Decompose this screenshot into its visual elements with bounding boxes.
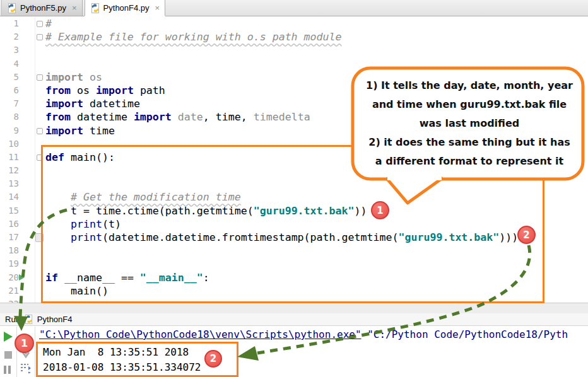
stop-button[interactable] (4, 351, 12, 359)
line-number: 15 (0, 204, 19, 218)
tab-label: PythonF5.py (20, 3, 66, 13)
code-editor[interactable]: 1#2# Example file for working with o.s p… (0, 17, 588, 303)
panel-separator (0, 303, 588, 314)
code-line[interactable]: 10 (0, 137, 588, 151)
line-number: 13 (0, 177, 19, 190)
line-number: 4 (0, 57, 19, 71)
code-text: # Get the modification time (45, 190, 241, 204)
line-number: 19 (0, 257, 19, 270)
toolbar-divider (16, 327, 17, 377)
line-number: 1 (0, 17, 19, 30)
pause-output-button[interactable] (4, 366, 13, 374)
code-line[interactable]: 3 (0, 44, 588, 57)
code-line[interactable]: 5import os (0, 71, 588, 84)
console-path-tail: "C:/Python Code/PythonCode18/Pyth (362, 328, 568, 340)
line-number: 2 (0, 30, 19, 44)
output-highlight-box: Mon Jan 8 13:35:51 2018 2018-01-08 13:35… (36, 342, 238, 377)
console-command-line: "C:\Python Code\PythonCode18\venv\Script… (39, 328, 568, 340)
python-file-icon (24, 315, 33, 324)
code-text: main() (45, 284, 109, 298)
code-text: print(t) (45, 218, 121, 231)
code-line[interactable]: 15 t = time.ctime(path.getmtime("guru99.… (0, 204, 588, 218)
close-icon[interactable]: × (72, 3, 77, 13)
code-line[interactable]: 14 # Get the modification time (0, 190, 588, 204)
python-file-icon (7, 3, 17, 13)
code-text: import datetime (45, 97, 140, 110)
line-number: 9 (0, 124, 19, 137)
line-number: 21 (0, 284, 19, 298)
code-text: def main(): (45, 151, 115, 164)
code-text: from datetime import date, time, timedel… (45, 110, 310, 124)
run-line-icon[interactable] (19, 274, 25, 281)
code-text: import time (45, 124, 115, 137)
code-line[interactable]: 6from os import path (0, 84, 588, 97)
console-path-link[interactable]: "C:\Python Code\PythonCode18\venv\Script… (39, 328, 362, 340)
code-text: from os import path (45, 84, 165, 97)
code-text: if __name__ == "__main__": (45, 271, 209, 284)
code-line[interactable]: 7import datetime (0, 97, 588, 110)
line-number: 17 (0, 231, 19, 244)
line-number: 16 (0, 218, 19, 231)
code-line[interactable]: 13 (0, 177, 588, 190)
code-line[interactable]: 2# Example file for working with o.s pat… (0, 30, 588, 44)
output-line: 2018-01-08 13:35:51.334072 (43, 360, 201, 375)
python-file-icon (90, 3, 100, 13)
line-number: 7 (0, 97, 19, 110)
line-number: 10 (0, 137, 19, 151)
line-number: 6 (0, 84, 19, 97)
code-line[interactable]: 20if __name__ == "__main__": (0, 271, 588, 284)
line-number: 8 (0, 110, 19, 124)
code-text: # (45, 17, 52, 30)
code-line[interactable]: 17 print(datetime.datetime.fromtimestamp… (0, 231, 588, 244)
code-line[interactable]: 4 (0, 57, 588, 71)
run-label: Run (5, 315, 20, 324)
code-line[interactable]: 19 (0, 257, 588, 270)
rerun-button[interactable] (4, 332, 13, 342)
code-text: import os (45, 71, 102, 84)
fold-icon[interactable] (37, 21, 43, 27)
code-line[interactable]: 9import time (0, 124, 588, 137)
output-line: Mon Jan 8 13:35:51 2018 (43, 345, 189, 360)
tab-pythonf5[interactable]: PythonF5.py × (1, 0, 83, 16)
line-number: 12 (0, 164, 19, 177)
line-number: 22 (0, 298, 19, 303)
line-number: 20 (0, 271, 19, 284)
code-line[interactable]: 16 print(t) (0, 218, 588, 231)
code-line[interactable]: 21 main() (0, 284, 588, 298)
fold-icon[interactable] (37, 128, 43, 134)
fold-icon[interactable] (37, 34, 43, 40)
code-text: print(datetime.datetime.fromtimestamp(pa… (45, 231, 518, 244)
editor-lines: 1#2# Example file for working with o.s p… (0, 17, 588, 303)
code-line[interactable]: 1# (0, 17, 588, 30)
soft-wrap-icon[interactable] (19, 361, 33, 376)
code-text: # Example file for working with o.s path… (45, 30, 342, 44)
code-line[interactable]: 11def main(): (0, 151, 588, 164)
toolbar-divider (35, 327, 35, 377)
line-number: 5 (0, 71, 19, 84)
line-number: 18 (0, 244, 19, 257)
code-line[interactable]: 8from datetime import date, time, timede… (0, 110, 588, 124)
fold-icon[interactable] (37, 74, 43, 81)
close-icon[interactable]: × (155, 3, 160, 13)
line-number: 11 (0, 151, 19, 164)
fold-icon[interactable] (37, 154, 43, 161)
code-line[interactable]: 18 (0, 244, 588, 257)
code-text: t = time.ctime(path.getmtime("guru99.txt… (45, 204, 367, 218)
run-toolwindow-header: Run PythonF4 (0, 313, 588, 326)
line-number: 3 (0, 44, 19, 57)
code-line[interactable]: 22 (0, 298, 588, 303)
pycharm-window: { "colors": { "accent_orange": "#F5821F"… (0, 0, 588, 377)
run-tab-label[interactable]: PythonF4 (37, 315, 73, 324)
editor-tab-bar: PythonF5.py × PythonF4.py × (0, 0, 588, 16)
line-number: 14 (0, 190, 19, 204)
scroll-to-end-icon[interactable] (21, 347, 31, 362)
code-line[interactable]: 12 (0, 164, 588, 177)
tab-pythonf4[interactable]: PythonF4.py × (85, 0, 166, 16)
gutter-marker-icon[interactable] (35, 233, 44, 242)
tab-label: PythonF4.py (103, 3, 150, 13)
